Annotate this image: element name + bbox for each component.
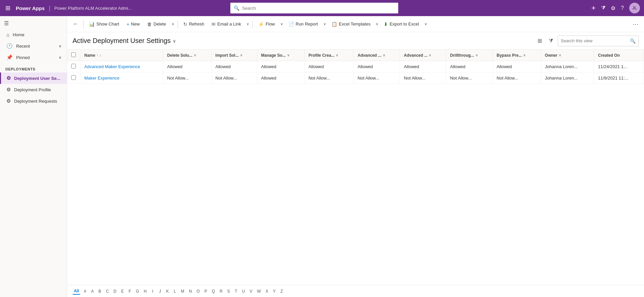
view-search-input[interactable] [561, 38, 628, 43]
col-delete-sol[interactable]: Delete Solu... ∨ [163, 50, 211, 61]
alpha-item-j[interactable]: J [157, 288, 163, 294]
col-name[interactable]: Name ↑ ↓ [80, 50, 163, 61]
col-advanced1-filter-icon[interactable]: ∨ [383, 53, 385, 57]
col-advanced2[interactable]: Advanced ... ∨ [400, 50, 446, 61]
alpha-item-v[interactable]: V [248, 288, 254, 294]
grid-icon[interactable]: ⊞ [4, 3, 12, 13]
row-cell-created_on: 11/24/2021 1... [594, 61, 644, 72]
col-created-on[interactable]: Created On [594, 50, 644, 61]
run-report-dropdown[interactable]: ∨ [322, 20, 327, 28]
alpha-item-g[interactable]: G [135, 288, 140, 294]
excel-templates-dropdown[interactable]: ∨ [374, 20, 380, 28]
select-all-checkbox[interactable] [71, 52, 76, 57]
col-drillthrough-filter-icon[interactable]: ∨ [475, 53, 478, 57]
alpha-item-i[interactable]: I [150, 288, 155, 294]
refresh-button[interactable]: ↻ Refresh [180, 19, 208, 29]
sidebar-collapse-button[interactable]: ☰ [0, 17, 67, 29]
show-chart-button[interactable]: 📊 Show Chart [86, 19, 123, 29]
export-to-excel-button[interactable]: ⬇ Export to Excel [380, 19, 422, 29]
col-import-sol-filter-icon[interactable]: ∨ [240, 53, 242, 57]
alpha-item-k[interactable]: K [165, 288, 170, 294]
alpha-item-e[interactable]: E [120, 288, 125, 294]
avatar[interactable]: JL [629, 3, 640, 13]
select-all-header[interactable] [67, 50, 80, 61]
delete-button[interactable]: 🗑 Delete [144, 19, 170, 29]
alpha-item-n[interactable]: N [188, 288, 193, 294]
sidebar-item-recent[interactable]: 🕐 Recent ∨ [0, 40, 67, 52]
col-bypass-pre[interactable]: Bypass Pre... ∨ [493, 50, 541, 61]
alpha-item-h[interactable]: H [142, 288, 148, 294]
alpha-item-b[interactable]: B [97, 288, 102, 294]
view-filter-icon[interactable]: ⧩ [547, 37, 555, 45]
flow-dropdown[interactable]: ∨ [279, 20, 284, 28]
help-icon[interactable]: ? [621, 5, 624, 11]
col-advanced2-filter-icon[interactable]: ∨ [429, 53, 431, 57]
alpha-item-y[interactable]: Y [272, 288, 277, 294]
more-button[interactable]: ⋯ [630, 19, 641, 29]
env-name[interactable]: Power Platform ALM Accelerator Admi... [54, 6, 132, 11]
alpha-item-t[interactable]: T [233, 288, 239, 294]
delete-dropdown[interactable]: ∨ [170, 20, 176, 28]
alpha-item-u[interactable]: U [241, 288, 246, 294]
search-input[interactable] [242, 6, 395, 11]
alpha-item-m[interactable]: M [180, 288, 186, 294]
alpha-item-p[interactable]: P [203, 288, 209, 294]
col-delete-sol-filter-icon[interactable]: ∨ [194, 53, 196, 57]
row-checkbox[interactable] [71, 75, 76, 80]
alpha-item-s[interactable]: S [226, 288, 231, 294]
alpha-item-f[interactable]: F [127, 288, 133, 294]
alpha-item-all[interactable]: All [73, 288, 80, 295]
view-search-icon: 🔍 [630, 38, 636, 44]
row-checkbox-cell[interactable] [67, 72, 80, 84]
sidebar-item-pinned[interactable]: 📌 Pinned ∨ [0, 52, 67, 63]
alpha-item-x[interactable]: X [264, 288, 270, 294]
view-title-chevron[interactable]: ∨ [173, 38, 176, 44]
row-name[interactable]: Advanced Maker Experience [80, 61, 163, 72]
back-button[interactable]: ← [70, 19, 81, 29]
row-checkbox-cell[interactable] [67, 61, 80, 72]
sidebar-item-deployment-requests[interactable]: ⚙ Deployment Requests [0, 95, 67, 107]
new-button[interactable]: + New [123, 19, 143, 29]
alpha-item-l[interactable]: L [172, 288, 178, 294]
add-icon[interactable]: + [591, 4, 596, 12]
view-layout-icon[interactable]: ⊞ [536, 36, 544, 45]
col-profile-crea[interactable]: Profile Crea... ∨ [304, 50, 353, 61]
table-container[interactable]: Name ↑ ↓ Delete Solu... ∨ [67, 50, 644, 285]
col-profile-crea-filter-icon[interactable]: ∨ [336, 53, 338, 57]
sidebar-item-deployment-user-settings[interactable]: ⚙ Deployment User Se... [0, 72, 67, 84]
export-to-excel-dropdown[interactable]: ∨ [423, 20, 428, 28]
email-dropdown[interactable]: ∨ [245, 20, 250, 28]
excel-templates-button[interactable]: 📋 Excel Templates [328, 19, 374, 29]
alpha-item-z[interactable]: Z [279, 288, 284, 294]
view-title: Active Deployment User Settings ∨ [73, 37, 176, 45]
flow-button[interactable]: ⚡ Flow [255, 19, 278, 29]
alpha-item-o[interactable]: O [195, 288, 201, 294]
view-search[interactable]: 🔍 [558, 36, 639, 46]
alpha-item-d[interactable]: D [112, 288, 118, 294]
col-owner-filter-icon[interactable]: ∨ [559, 53, 561, 57]
col-manage-so[interactable]: Manage So... ∨ [257, 50, 304, 61]
col-drillthrough[interactable]: Drillthroug... ∨ [446, 50, 493, 61]
col-advanced1[interactable]: Advanced ... ∨ [354, 50, 400, 61]
settings-icon[interactable]: ⚙ [611, 5, 615, 11]
row-checkbox[interactable] [71, 64, 76, 68]
alpha-item-r[interactable]: R [218, 288, 224, 294]
alpha-item-w[interactable]: W [256, 288, 262, 294]
sidebar-item-deployment-profile[interactable]: ⚙ Deployment Profile [0, 84, 67, 95]
row-cell-import_sol: Allowed [211, 61, 257, 72]
col-bypass-pre-filter-icon[interactable]: ∨ [523, 53, 525, 57]
global-search[interactable]: 🔍 [230, 3, 398, 13]
alpha-item-c[interactable]: C [104, 288, 110, 294]
col-import-sol[interactable]: Import Sol... ∨ [211, 50, 257, 61]
sidebar-item-home[interactable]: ⌂ Home [0, 29, 67, 40]
alpha-item-#[interactable]: # [82, 288, 88, 294]
email-link-button[interactable]: ✉ Email a Link [208, 19, 244, 29]
run-report-button[interactable]: 📄 Run Report [285, 19, 321, 29]
col-manage-so-filter-icon[interactable]: ∨ [287, 53, 289, 57]
col-owner[interactable]: Owner ∨ [541, 50, 594, 61]
row-name[interactable]: Maker Experience [80, 72, 163, 84]
alpha-item-a[interactable]: A [90, 288, 95, 294]
alpha-item-q[interactable]: Q [211, 288, 216, 294]
filter-icon[interactable]: ⧩ [601, 5, 605, 11]
name-sort-desc-icon: ↓ [100, 53, 101, 57]
